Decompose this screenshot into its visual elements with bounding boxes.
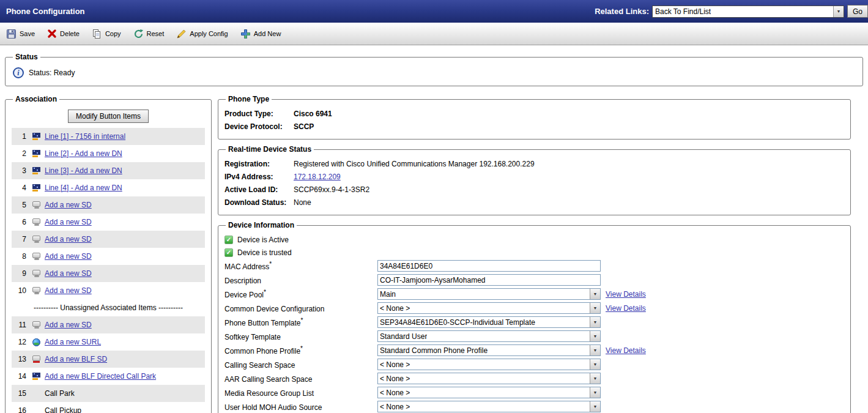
phone-button-template-select[interactable]: SEP34A84E61D6E0-SCCP-Individual Template [377, 316, 601, 328]
calling-search-space-select[interactable]: < None > [377, 359, 601, 370]
modify-button-items-button[interactable]: Modify Button Items [68, 110, 149, 123]
phone-line-icon [31, 132, 41, 141]
status-section: Status Status: Ready [5, 53, 863, 86]
association-row: 13 Add a new BLF SD [12, 351, 205, 368]
phone-button-template-label: Phone Button Template* [224, 317, 377, 327]
save-button[interactable]: Save [6, 29, 35, 39]
chevron-down-icon[interactable] [590, 289, 600, 299]
common-phone-profile-select[interactable]: Standard Common Phone Profile [377, 344, 601, 356]
blf-sd-icon [31, 354, 41, 364]
association-row: 8 Add a new SD [12, 248, 205, 265]
phone-line-icon [31, 166, 41, 176]
realtime-device-status-section: Real-time Device Status Registration: Re… [218, 145, 851, 215]
add-sd-link[interactable]: Add a new SD [45, 252, 92, 261]
phone-line-icon [31, 149, 41, 158]
chevron-down-icon[interactable] [590, 373, 600, 384]
add-sd-link[interactable]: Add a new SD [45, 321, 92, 329]
common-device-configuration-select[interactable]: < None > [377, 302, 601, 314]
unassigned-separator: ---------- Unassigned Associated Items -… [12, 299, 205, 316]
common-phone-profile-view-details-link[interactable]: View Details [606, 346, 646, 355]
device-is-trusted-checkbox[interactable] [224, 248, 233, 257]
row-number: 12 [14, 338, 26, 346]
active-load-id-value: SCCP69xx.9-4-1-3SR2 [294, 185, 369, 194]
device-information-section: Device Information Device is Active Devi… [218, 221, 851, 413]
media-resource-group-list-label: Media Resource Group List [224, 387, 377, 398]
add-new-button[interactable]: Add New [240, 29, 281, 39]
media-resource-group-list-select[interactable]: < None > [377, 387, 601, 398]
reset-circular-arrow-icon [133, 29, 144, 39]
softkey-template-select[interactable]: Standard User [377, 330, 601, 342]
add-sd-link[interactable]: Add a new SD [45, 286, 92, 295]
mac-address-label: MAC Address* [224, 261, 377, 271]
phone-line-icon [31, 183, 41, 193]
association-row: 9 Add a new SD [12, 265, 205, 282]
aar-calling-search-space-label: AAR Calling Search Space [224, 373, 377, 384]
copy-label: Copy [105, 30, 121, 37]
add-surl-link[interactable]: Add a new SURL [45, 338, 101, 346]
apply-config-button[interactable]: Apply Config [176, 29, 228, 39]
speed-dial-icon [31, 320, 41, 330]
line-4-link[interactable]: Line [4] - Add a new DN [45, 184, 122, 192]
delete-button[interactable]: Delete [47, 29, 80, 39]
mac-address-field[interactable] [377, 260, 601, 272]
registration-label: Registration: [224, 160, 294, 168]
association-row: 2 Line [2] - Add a new DN [12, 145, 205, 162]
call-park-item: Call Park [45, 389, 75, 398]
device-is-trusted-label: Device is trusted [237, 248, 292, 257]
chevron-down-icon[interactable] [590, 359, 600, 370]
speed-dial-icon [31, 251, 41, 261]
association-legend: Association [13, 95, 59, 103]
chevron-down-icon[interactable] [590, 317, 600, 327]
row-number: 16 [14, 406, 26, 413]
copy-button[interactable]: Copy [92, 29, 121, 39]
description-field[interactable] [377, 274, 601, 286]
active-load-id-label: Active Load ID: [224, 185, 294, 194]
download-status-value: None [294, 198, 311, 207]
association-row: 16 Call Pickup [12, 402, 205, 413]
add-sd-link[interactable]: Add a new SD [45, 235, 92, 244]
line-3-link[interactable]: Line [3] - Add a new DN [45, 166, 122, 175]
line-1-link[interactable]: Line [1] - 7156 in internal [45, 132, 125, 141]
user-hold-moh-audio-source-label: User Hold MOH Audio Source [224, 401, 377, 412]
aar-calling-search-space-select[interactable]: < None > [377, 373, 601, 384]
user-hold-moh-audio-source-select[interactable]: < None > [377, 401, 601, 412]
common-phone-profile-label: Common Phone Profile* [224, 345, 377, 355]
related-links-value: Back To Find/List [655, 7, 711, 16]
realtime-status-legend: Real-time Device Status [226, 145, 314, 154]
association-row: 14 Add a new BLF Directed Call Park [12, 368, 205, 385]
related-links-select[interactable]: Back To Find/List [652, 6, 844, 18]
phone-type-section: Phone Type Product Type: Cisco 6941 Devi… [218, 95, 851, 140]
pencil-icon [176, 29, 187, 39]
softkey-template-label: Softkey Template [224, 331, 377, 341]
ipv4-address-link[interactable]: 172.18.12.209 [294, 173, 341, 181]
speed-dial-icon [31, 269, 41, 278]
form-row: User Hold MOH Audio Source < None > [224, 400, 844, 413]
description-label: Description [224, 275, 377, 285]
reset-button[interactable]: Reset [133, 29, 165, 39]
go-button[interactable]: Go [847, 5, 868, 18]
chevron-down-icon[interactable] [590, 331, 600, 341]
chevron-down-icon[interactable] [833, 6, 844, 17]
device-pool-select[interactable]: Main [377, 288, 601, 300]
chevron-down-icon[interactable] [590, 345, 600, 355]
add-blf-sd-link[interactable]: Add a new BLF SD [45, 355, 107, 363]
line-2-link[interactable]: Line [2] - Add a new DN [45, 149, 122, 158]
device-pool-view-details-link[interactable]: View Details [606, 290, 646, 299]
related-links-label: Related Links: [595, 7, 649, 16]
device-is-active-checkbox[interactable] [224, 236, 233, 244]
form-row: MAC Address* [224, 259, 844, 273]
add-blf-directed-call-park-link[interactable]: Add a new BLF Directed Call Park [45, 372, 156, 381]
apply-config-label: Apply Config [190, 30, 228, 37]
common-device-configuration-view-details-link[interactable]: View Details [606, 304, 646, 313]
row-number: 13 [14, 355, 26, 363]
add-sd-link[interactable]: Add a new SD [45, 269, 92, 278]
add-new-label: Add New [254, 30, 281, 37]
page-title: Phone Configuration [6, 7, 85, 16]
row-number: 10 [14, 286, 26, 295]
chevron-down-icon[interactable] [590, 387, 600, 398]
reset-label: Reset [147, 30, 165, 37]
chevron-down-icon[interactable] [590, 401, 600, 412]
add-sd-link[interactable]: Add a new SD [45, 201, 92, 209]
add-sd-link[interactable]: Add a new SD [45, 218, 92, 226]
chevron-down-icon[interactable] [590, 303, 600, 313]
